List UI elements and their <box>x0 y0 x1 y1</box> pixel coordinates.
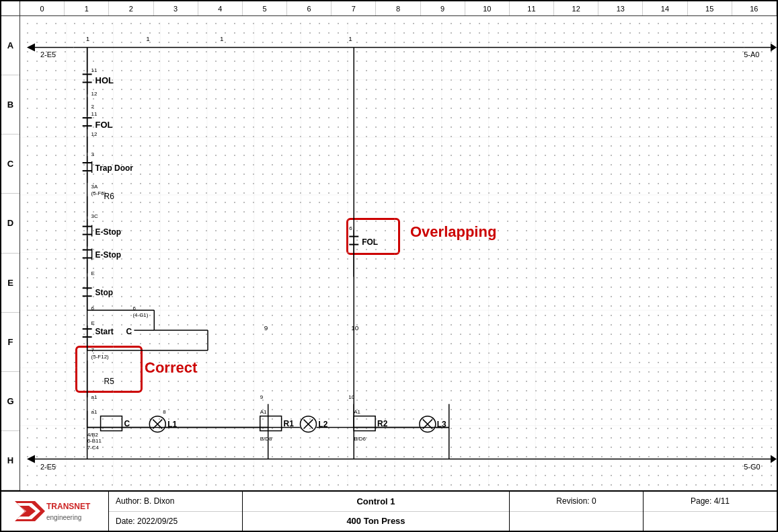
svg-text:TRANSNET: TRANSNET <box>46 502 91 511</box>
svg-text:12: 12 <box>91 91 98 97</box>
svg-text:11: 11 <box>91 67 98 73</box>
svg-text:10: 10 <box>351 324 359 332</box>
svg-text:5-G0: 5-G0 <box>744 463 760 471</box>
svg-text:E: E <box>91 320 95 326</box>
svg-text:5-A0: 5-A0 <box>744 50 759 59</box>
svg-text:A1: A1 <box>354 409 360 415</box>
footer-title: Control 1 400 Ton Press <box>243 492 510 531</box>
diagram-area: 2-E5 5-A0 2-E5 5-G0 <box>20 16 777 490</box>
ruler-col-0: 0 <box>20 1 65 15</box>
footer-revision: Revision: 0 <box>510 492 644 531</box>
page-cell-empty <box>644 512 777 531</box>
revision-cell-empty <box>510 512 643 531</box>
ruler-col-3: 3 <box>154 1 198 15</box>
row-label-C: C <box>1 135 20 194</box>
svg-text:A1: A1 <box>260 409 267 415</box>
author-label: Author: B. Dixon <box>116 496 174 506</box>
ruler-col-6: 6 <box>287 1 332 15</box>
svg-text:6: 6 <box>349 225 352 231</box>
svg-text:3A: 3A <box>91 184 98 190</box>
svg-text:10: 10 <box>348 394 354 400</box>
date-label: Date: 2022/09/25 <box>116 517 178 526</box>
row-label-E: E <box>1 254 20 313</box>
svg-text:E: E <box>91 270 95 276</box>
svg-text:E-Stop: E-Stop <box>95 227 121 237</box>
revision-label: Revision: 0 <box>556 496 596 506</box>
svg-text:11: 11 <box>91 111 98 117</box>
svg-text:1: 1 <box>86 35 90 42</box>
svg-text:1: 1 <box>146 35 150 42</box>
svg-text:E-Stop: E-Stop <box>95 250 121 260</box>
svg-text:3: 3 <box>91 151 95 157</box>
footer-logo: TRANSNET engineering <box>1 492 109 531</box>
row-label-H: H <box>1 431 20 490</box>
revision-cell: Revision: 0 <box>510 492 643 512</box>
svg-text:R2: R2 <box>377 419 388 428</box>
footer-info: Author: B. Dixon Date: 2022/09/25 <box>109 492 243 531</box>
ruler-col-4: 4 <box>198 1 243 15</box>
svg-text:C: C <box>126 327 132 336</box>
footer-title-2: 400 Ton Press <box>243 512 509 531</box>
ruler-col-16: 16 <box>732 1 777 15</box>
svg-text:12: 12 <box>91 131 98 137</box>
row-label-A: A <box>1 16 20 75</box>
svg-marker-25 <box>27 455 35 463</box>
svg-text:1: 1 <box>348 35 352 42</box>
svg-text:9: 9 <box>260 394 264 400</box>
svg-text:3C: 3C <box>91 213 98 219</box>
ruler-col-11: 11 <box>510 1 554 15</box>
ruler-col-9: 9 <box>421 1 465 15</box>
footer: TRANSNET engineering Author: B. Dixon Da… <box>1 490 777 531</box>
ruler-col-8: 8 <box>376 1 420 15</box>
title1-label: Control 1 <box>356 496 395 506</box>
svg-text:FOL: FOL <box>362 237 378 247</box>
page-cell: Page: 4/11 <box>644 492 777 512</box>
transnet-logo: TRANSNET engineering <box>11 494 99 528</box>
svg-text:a1: a1 <box>91 409 98 415</box>
svg-text:C: C <box>124 419 130 428</box>
svg-text:engineering: engineering <box>46 514 81 521</box>
row-label-B: B <box>1 75 20 135</box>
svg-marker-29 <box>771 455 777 463</box>
footer-author: Author: B. Dixon <box>109 492 242 512</box>
svg-text:HOL: HOL <box>95 75 114 85</box>
ruler-col-7: 7 <box>332 1 376 15</box>
svg-text:a1: a1 <box>91 394 98 400</box>
svg-text:B/D8: B/D8 <box>260 436 272 442</box>
row-label-F: F <box>1 313 20 372</box>
row-label-G: G <box>1 372 20 431</box>
ruler-col-10: 10 <box>465 1 510 15</box>
page-wrapper: 0 1 2 3 4 5 6 7 8 9 10 11 12 13 14 15 16… <box>0 0 778 532</box>
footer-date: Date: 2022/09/25 <box>109 512 242 531</box>
row-labels: A B C D E F G H <box>1 16 20 490</box>
svg-text:7-C4: 7-C4 <box>87 445 100 451</box>
svg-text:9: 9 <box>264 324 268 332</box>
svg-rect-117 <box>260 416 282 431</box>
svg-marker-22 <box>771 44 777 52</box>
svg-text:R5: R5 <box>104 377 115 386</box>
title2-label: 400 Ton Press <box>346 516 405 526</box>
ruler-col-1: 1 <box>65 1 109 15</box>
ruler-col-12: 12 <box>554 1 598 15</box>
svg-text:Start: Start <box>95 327 114 336</box>
svg-rect-104 <box>101 416 122 431</box>
page-label: Page: 4/11 <box>691 496 730 506</box>
svg-text:2-E5: 2-E5 <box>40 463 56 471</box>
svg-rect-127 <box>354 416 375 431</box>
svg-text:4/B2: 4/B2 <box>87 432 99 438</box>
svg-text:(4-G1): (4-G1) <box>132 312 148 318</box>
ruler-col-15: 15 <box>688 1 732 15</box>
svg-marker-18 <box>27 44 35 52</box>
circuit-diagram: 2-E5 5-A0 2-E5 5-G0 <box>20 16 777 490</box>
ruler-col-2: 2 <box>109 1 153 15</box>
svg-text:(5-F12): (5-F12) <box>91 354 109 360</box>
svg-text:1: 1 <box>220 35 224 42</box>
row-label-D: D <box>1 194 20 253</box>
footer-page: Page: 4/11 <box>644 492 777 531</box>
svg-text:B/D6: B/D6 <box>354 436 366 442</box>
svg-text:R6: R6 <box>104 192 115 201</box>
ruler-col-5: 5 <box>243 1 287 15</box>
svg-text:R1: R1 <box>284 419 295 428</box>
ruler-col-14: 14 <box>643 1 687 15</box>
svg-text:Trap Door: Trap Door <box>95 163 134 173</box>
